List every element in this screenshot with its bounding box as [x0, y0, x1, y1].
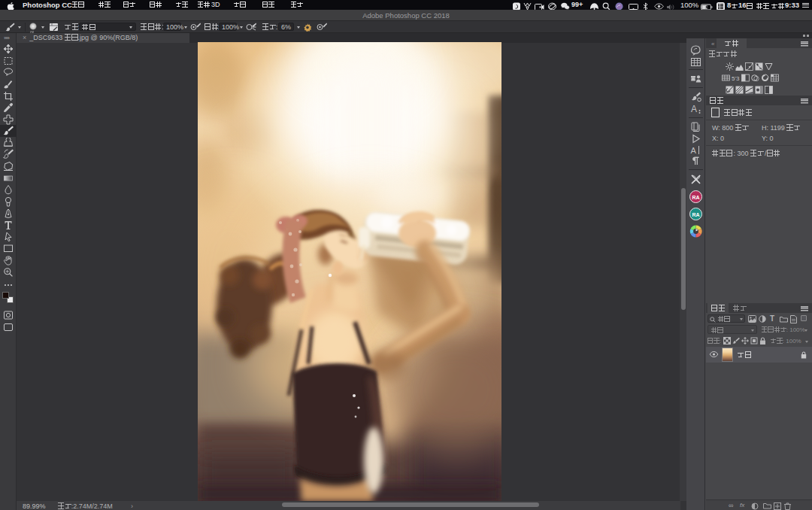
svg-text:A: A — [691, 104, 697, 114]
svg-text:5'3: 5'3 — [732, 75, 740, 82]
svg-text:A: A — [691, 146, 697, 155]
